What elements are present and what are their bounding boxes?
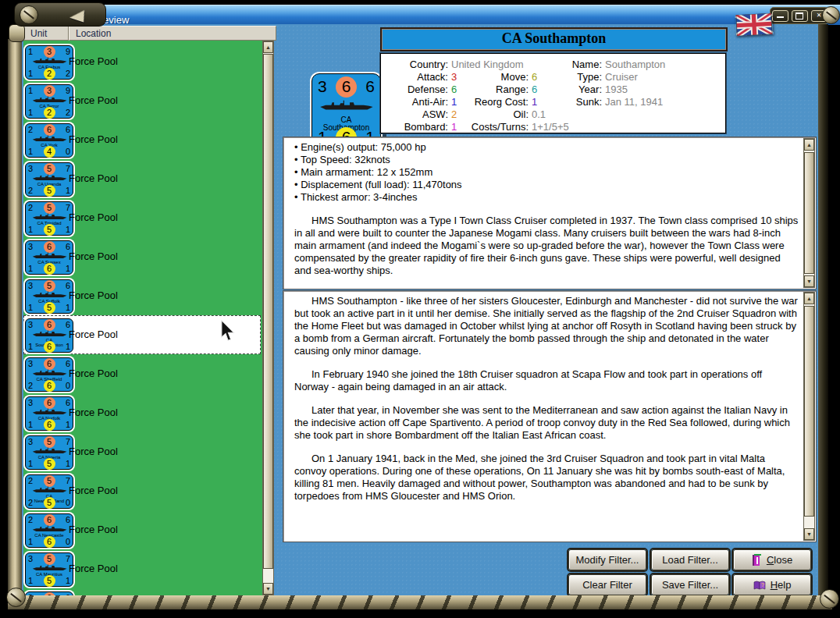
stat-sunk-label: Sunk:: [534, 96, 602, 108]
stat-move-label: Move:: [425, 71, 529, 83]
column-header-unit[interactable]: Unit: [23, 26, 69, 41]
frame-right-rail: [818, 24, 828, 595]
unit-row[interactable]: 3 5 7 CA Uganda 2 5 1 Force Pool: [23, 159, 261, 198]
spec-bullet: Displacement (full load): 11,470tons: [294, 179, 799, 191]
frame-bottom-rail: [8, 595, 832, 609]
unit-counter: 2 5 7 CA Trinidad 1 5 1: [25, 201, 73, 236]
spec-bullet: Top Speed: 32knots: [294, 154, 799, 166]
stat-type-label: Type:: [534, 71, 602, 83]
unit-list-scrollbar[interactable]: ▲ ▼: [262, 41, 274, 595]
unit-row[interactable]: 3 5 7 CA Nigeria 1 5 1 Force Pool: [23, 432, 261, 471]
modify-filter-button[interactable]: Modify Filter...: [568, 549, 646, 570]
history-paragraph: Later that year, in November she was sen…: [294, 404, 799, 442]
ship-silhouette-icon: [319, 98, 375, 111]
counter-stat: 1: [28, 576, 33, 585]
unit-row[interactable]: 1 3 9 CA Erebus 1 2 2 Force Pool: [23, 42, 261, 81]
stat-oil-value: 0.1: [532, 108, 546, 120]
stat-year-value: 1935: [605, 83, 628, 95]
ship-silhouette-icon: [32, 329, 68, 337]
counter-stat: 2: [66, 108, 70, 117]
stat-year-label: Year:: [534, 83, 602, 95]
unit-row[interactable]: 2 5 7 CA Trinidad 1 5 1 Force Pool: [23, 198, 261, 237]
scrollbar-thumb[interactable]: [263, 54, 273, 569]
scroll-down-icon[interactable]: ▼: [263, 583, 273, 595]
ship-silhouette-icon: [32, 563, 68, 571]
screw-icon: [6, 588, 26, 607]
frame-corner-knob: [9, 24, 25, 42]
corner-arrow-icon[interactable]: [69, 6, 87, 22]
counter-stat: 6: [365, 77, 375, 96]
unit-row[interactable]: 1 3 9 CA Terror 1 2 2 Force Pool: [23, 81, 261, 120]
stat-name-value: Southampton: [605, 59, 665, 70]
move-circle: 5: [44, 185, 55, 197]
unit-counter: 3 5 7 CA Mauritius 1 5 1: [25, 552, 73, 587]
scroll-up-icon[interactable]: ▲: [804, 139, 814, 151]
titlebar[interactable]: Unit Review: [19, 5, 840, 25]
counter-stat: 1: [66, 303, 70, 312]
scroll-down-icon[interactable]: ▼: [804, 528, 814, 540]
unit-row[interactable]: 2 6 6 CA Newcastle 1 6 0 Force Pool: [23, 510, 261, 549]
unit-review-window: Unit Review Unit Location 1 3 9 CA Erebu…: [0, 0, 840, 618]
stat-range-label: Range:: [425, 83, 529, 95]
mouse-cursor: [221, 320, 235, 342]
specs-scrollbar[interactable]: ▲ ▼: [803, 138, 815, 288]
uk-flag-icon: [735, 13, 773, 36]
unit-counter: 2 6 6 CA York 1 4 0: [25, 123, 73, 158]
unit-row[interactable]: 2 6 6: [23, 588, 261, 595]
unit-row[interactable]: 3 5 6 CA Suffolk 1 5 1 Force Pool: [23, 276, 261, 315]
minimize-button[interactable]: [772, 10, 788, 22]
ship-silhouette-icon: [32, 133, 68, 142]
move-circle: 6: [44, 341, 55, 353]
counter-stat: 1: [66, 420, 70, 429]
scrollbar-thumb[interactable]: [804, 306, 814, 517]
history-paragraph: On 1 January 1941, back in the Med, she …: [294, 453, 799, 503]
unit-row[interactable]: 3 6 6 CA Sheffield 2 6 0 Force Pool: [23, 354, 261, 393]
save-filter-button[interactable]: Save Filter...: [651, 574, 729, 595]
unit-location: Force Pool: [69, 289, 118, 301]
counter-stat: 1: [66, 576, 70, 585]
counter-stat: 1: [28, 147, 33, 156]
unit-specs-textbox: Engine(s) output: 75,000 hpTop Speed: 32…: [283, 137, 817, 289]
frame-top-left-widget: [14, 2, 106, 27]
clear-filter-button[interactable]: Clear Filter: [568, 574, 646, 595]
column-header-location[interactable]: Location: [69, 26, 276, 41]
svg-text:?: ?: [761, 582, 764, 588]
history-paragraph: HMS Southampton was a Type I Town Class …: [294, 215, 799, 277]
counter-stat: 2: [66, 69, 70, 78]
unit-location: Force Pool: [69, 485, 118, 496]
help-button[interactable]: ? Help: [733, 574, 811, 595]
unit-location: Force Pool: [69, 250, 118, 262]
unit-list: 1 3 9 CA Erebus 1 2 2 Force Pool 1 3: [23, 41, 262, 595]
unit-row[interactable]: 3 6 6 CA Sussex 1 6 1 Force Pool: [23, 237, 261, 276]
stat-type-value: Cruiser: [605, 71, 638, 83]
scroll-up-icon[interactable]: ▲: [804, 293, 814, 304]
unit-row[interactable]: 2 6 6 CA York 1 4 0 Force Pool: [23, 120, 261, 159]
close-button[interactable]: Close: [733, 549, 811, 570]
counter-stat: 2: [28, 381, 33, 390]
exit-door-icon: [752, 554, 762, 566]
unit-row[interactable]: 3 5 7 CA Mauritius 1 5 1 Force Pool: [23, 549, 261, 588]
stat-oil-label: Oil:: [425, 108, 529, 120]
history-scrollbar[interactable]: ▲ ▼: [803, 292, 815, 541]
ship-silhouette-icon: [32, 524, 68, 532]
scrollbar-thumb[interactable]: [804, 152, 814, 274]
unit-row[interactable]: 3 6 6 CA Norfolk 1 6 1 Force Pool: [23, 393, 261, 432]
move-circle: 5: [44, 302, 55, 314]
stat-country-label: Country:: [384, 59, 448, 70]
scroll-down-icon[interactable]: ▼: [804, 275, 814, 287]
unit-location: Force Pool: [69, 211, 118, 223]
stat-costs-label: Costs/Turns:: [425, 121, 529, 133]
counter-stat: 1: [28, 264, 33, 273]
scroll-up-icon[interactable]: ▲: [263, 41, 273, 53]
counter-stat: 1: [28, 537, 33, 546]
move-circle: 6: [44, 380, 55, 392]
counter-stat: 2: [28, 186, 33, 195]
frame-left-rail: [8, 39, 22, 595]
load-filter-button[interactable]: Load Filter...: [651, 549, 729, 570]
unit-location: Force Pool: [69, 329, 118, 340]
unit-row[interactable]: 2 5 7 CA Newfoundland 2 5 0 Force Pool: [23, 471, 261, 510]
maximize-icon: [796, 12, 803, 20]
screw-icon: [820, 589, 839, 609]
move-circle: 6: [44, 419, 55, 431]
maximize-button[interactable]: [792, 10, 808, 22]
